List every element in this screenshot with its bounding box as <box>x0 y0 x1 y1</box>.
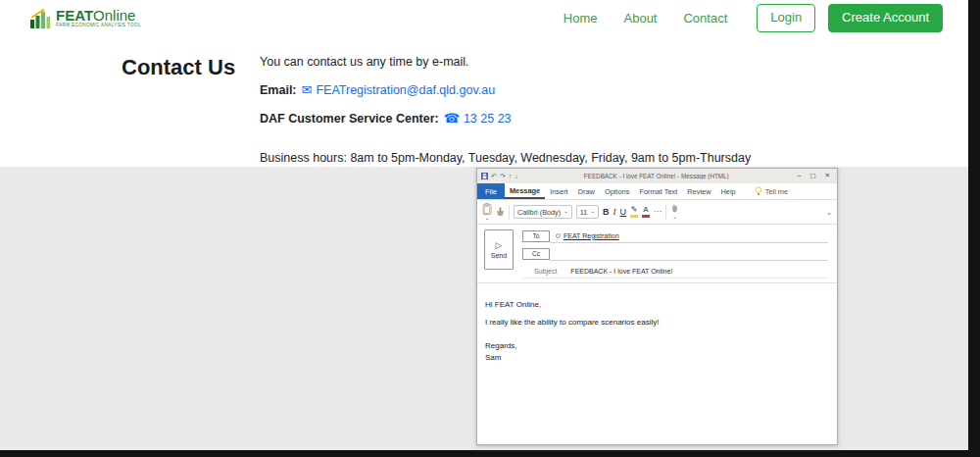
to-recipient: FEAT Registration <box>564 232 619 239</box>
send-label: Send <box>491 252 507 259</box>
nav-link-about[interactable]: About <box>624 11 658 25</box>
save-icon <box>481 173 488 179</box>
italic-icon: I <box>613 208 616 217</box>
undo-icon: ↶ <box>491 173 497 179</box>
tab-file: File <box>477 183 505 199</box>
body-signoff: Regards, <box>485 340 827 351</box>
maximize-icon: ▢ <box>807 173 818 179</box>
brand-logo[interactable]: FEATOnline FARM ECONOMIC ANALYSIS TOOL <box>29 8 141 29</box>
toolbar-divider <box>509 205 510 220</box>
contact-intro: You can contact us any time by e-mail. <box>260 55 751 69</box>
login-button[interactable]: Login <box>757 4 815 31</box>
outlook-titlebar: ↶ ↷ ↑ ↓ FEEDBACK - I love FEAT Online! -… <box>477 169 837 183</box>
email-row: Email:✉FEATregistration@daf.qld.gov.au <box>260 82 751 97</box>
email-link[interactable]: FEATregistration@daf.qld.gov.au <box>316 83 495 97</box>
font-name-value: Calibri (Body) <box>517 208 561 217</box>
collapse-ribbon-icon: ⌄ <box>826 209 832 216</box>
chevron-down-icon: ⌄ <box>564 209 568 215</box>
cc-row: Cc <box>522 246 828 261</box>
attach-file-icon: ⌄ <box>670 204 679 221</box>
bold-icon: B <box>603 208 610 217</box>
brand-name-bold: FEAT <box>56 7 93 24</box>
recipient-fields: To FEAT Registration Cc Subject FEEDBACK… <box>522 228 828 279</box>
contact-details: You can contact us any time by e-mail. E… <box>260 55 751 165</box>
send-arrow-icon: ▷ <box>496 241 503 250</box>
lightbulb-icon <box>755 186 762 196</box>
tab-insert: Insert <box>545 183 572 199</box>
ribbon-toolbar: ⌄ Calibri (Body) ⌄ 11 ⌄ B I U <box>477 200 837 225</box>
body-name: Sam <box>485 352 827 363</box>
tell-me-box: Tell me <box>755 183 788 199</box>
outlook-email-screenshot: ↶ ↷ ↑ ↓ FEEDBACK - I love FEAT Online! -… <box>476 168 838 445</box>
attach-chevron-icon: ⌄ <box>672 215 677 221</box>
cc-button: Cc <box>522 248 550 260</box>
font-size-value: 11 <box>580 208 588 217</box>
presence-icon <box>556 233 561 238</box>
tab-format-text: Format Text <box>634 183 682 199</box>
to-field: FEAT Registration <box>550 228 828 243</box>
brand-text: FEATOnline FARM ECONOMIC ANALYSIS TOOL <box>56 8 141 28</box>
send-button: ▷ Send <box>484 229 514 270</box>
nav-link-home[interactable]: Home <box>564 11 598 25</box>
window-title: FEEDBACK - I love FEAT Online! - Message… <box>521 173 792 179</box>
chevron-down-icon: ⌄ <box>590 209 595 215</box>
brand-tagline: FARM ECONOMIC ANALYSIS TOOL <box>56 24 141 28</box>
tab-message: Message <box>505 183 545 199</box>
highlight-color-icon: ✎ <box>630 206 638 218</box>
subject-label: Subject <box>534 268 557 275</box>
redo-icon: ↷ <box>500 173 506 179</box>
message-body: Hi FEAT Online, I really like the abilit… <box>477 283 837 363</box>
arrow-up-icon: ↑ <box>509 173 513 179</box>
to-button: To <box>522 230 550 242</box>
underline-icon: U <box>620 208 627 217</box>
tab-review: Review <box>682 183 715 199</box>
body-message: I really like the ability to compare sce… <box>485 317 827 328</box>
tab-options: Options <box>600 183 634 199</box>
cc-field <box>550 246 828 261</box>
format-painter-icon <box>496 207 505 218</box>
tell-me-label: Tell me <box>765 187 788 196</box>
gray-backdrop: ↶ ↷ ↑ ↓ FEEDBACK - I love FEAT Online! -… <box>0 167 968 450</box>
font-size-dropdown: 11 ⌄ <box>576 205 599 219</box>
navbar: FEATOnline FARM ECONOMIC ANALYSIS TOOL H… <box>0 0 968 36</box>
subject-value: FEEDBACK - I love FEAT Online! <box>570 268 672 275</box>
phone-label: DAF Customer Service Center: <box>260 112 439 126</box>
compose-header: ▷ Send To FEAT Registration Cc <box>477 225 837 283</box>
phone-icon: ☎ <box>444 111 460 126</box>
business-hours: Business hours: 8am to 5pm-Monday, Tuesd… <box>260 151 751 165</box>
phone-row: DAF Customer Service Center:☎13 25 23 <box>260 111 751 126</box>
create-account-button[interactable]: Create Account <box>828 4 943 31</box>
nav-links: Home About Contact Login Create Account <box>537 4 943 31</box>
arrow-down-icon: ↓ <box>514 173 518 179</box>
page-title: Contact Us <box>122 55 235 80</box>
subject-row: Subject FEEDBACK - I love FEAT Online! <box>522 264 828 279</box>
paste-chevron-icon: ⌄ <box>485 216 490 222</box>
font-color-icon: A <box>642 206 650 218</box>
brand-name-rest: Online <box>93 7 135 24</box>
browser-viewport: FEATOnline FARM ECONOMIC ANALYSIS TOOL H… <box>0 0 968 450</box>
email-label: Email: <box>260 83 297 97</box>
to-row: To FEAT Registration <box>522 228 828 243</box>
more-options-icon: ⋯ <box>654 208 662 216</box>
minimize-icon: – <box>795 173 805 179</box>
close-icon: ✕ <box>822 173 833 179</box>
toolbar-divider <box>665 205 666 220</box>
brand-name: FEATOnline <box>56 8 141 23</box>
tab-help: Help <box>716 183 741 199</box>
envelope-icon: ✉ <box>302 82 313 97</box>
paste-icon: ⌄ <box>482 203 492 222</box>
phone-link[interactable]: 13 25 23 <box>464 112 512 126</box>
font-name-dropdown: Calibri (Body) ⌄ <box>514 205 572 219</box>
feat-logo-icon <box>29 8 51 29</box>
nav-link-contact[interactable]: Contact <box>683 11 727 25</box>
body-greeting: Hi FEAT Online, <box>485 299 827 310</box>
ribbon-tabs: File Message Insert Draw Options Format … <box>477 183 837 200</box>
tab-draw: Draw <box>573 183 600 199</box>
